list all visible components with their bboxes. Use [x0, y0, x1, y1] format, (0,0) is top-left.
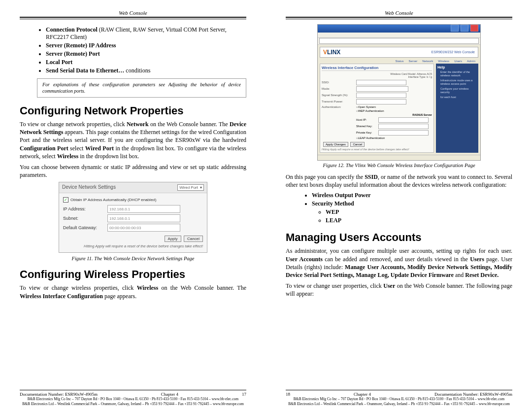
window-titlebar [318, 25, 480, 33]
window-title [320, 27, 321, 30]
port-dropdown[interactable]: Wired Port▾ [177, 184, 204, 191]
list-item: LEAP [326, 217, 512, 224]
wireless-bullets: Wireless Output Power Security Method WE… [303, 192, 512, 224]
running-header: Web Console [20, 10, 246, 16]
list-item: Security Method WEP LEAP [312, 200, 512, 224]
doc-number: Documentation Number: ESR90xW-4905m [20, 392, 98, 397]
doc-number: Documentation Number: ESR90xW-4905m [434, 392, 512, 397]
list-item: Send Serial Data to Ethernet… conditions [46, 67, 246, 74]
signal-input [356, 93, 406, 98]
apply-changes-button[interactable]: Apply Changes [323, 142, 348, 147]
paragraph: On this page you can specify the SSID, o… [286, 173, 512, 189]
tab-status[interactable]: Status [396, 60, 404, 63]
window-controls [450, 25, 478, 32]
apply-note: Hitting Apply will require a reset of th… [322, 148, 432, 151]
chapter-label: Chapter 4 [354, 392, 371, 397]
browser-toolbar [318, 33, 480, 38]
header-rule-thick [20, 17, 246, 18]
tab-network[interactable]: Network [422, 60, 433, 63]
maximize-icon[interactable] [461, 25, 468, 32]
paragraph: To view or change network properties, cl… [20, 120, 246, 160]
paragraph: To view or change user properties, click… [286, 282, 512, 298]
chapter-label: Chapter 4 [161, 392, 178, 397]
label: IP Address: [63, 206, 107, 211]
footer-address-1: B&B Electronics Mfg Co Inc – 707 Dayton … [286, 397, 512, 401]
page-18: Web Console [266, 0, 532, 411]
dhcp-label: Obtain IP Address Automatically (DHCP en… [70, 198, 156, 202]
minimize-icon[interactable] [451, 25, 459, 32]
address-bar[interactable] [319, 38, 479, 44]
page-number: 17 [242, 392, 246, 397]
list-item: Wireless Output Power [312, 192, 512, 199]
wireless-form: Wireless Interface Configuration Wireles… [320, 64, 434, 153]
list-item: Connection Protocol (RAW Client, RAW Ser… [46, 26, 246, 41]
page-number: 18 [286, 392, 290, 397]
figure-12-caption: Figure 12. The Vlinx Web Console Wireles… [286, 163, 512, 168]
header-rule-thin [286, 19, 512, 19]
tx-power-select[interactable] [356, 99, 406, 104]
list-item: Local Port [46, 59, 246, 66]
label: Default Gateway: [63, 225, 107, 230]
product-label: ESR901W232 Web Console [432, 50, 475, 54]
browser-statusbar [318, 155, 480, 161]
cancel-button[interactable]: Cancel [184, 236, 203, 242]
dhcp-checkbox[interactable]: ✓ [63, 197, 68, 203]
note-box: For explanations of these configuration … [37, 78, 246, 98]
footer-address-2: B&B Electronics Ltd – Westlink Commercia… [286, 402, 512, 406]
ssid-input[interactable] [356, 80, 406, 85]
paragraph: As administrator, you can configure mult… [286, 247, 512, 279]
heading-users: Managing Users Accounts [286, 231, 512, 244]
vlinx-logo: VLINX [323, 49, 340, 56]
tab-server[interactable]: Server [409, 60, 418, 63]
paragraph: To view or change wireless properties, c… [20, 284, 246, 300]
help-pane: Help Enter the identifier of the wireles… [436, 64, 478, 153]
header-rule-thin [20, 19, 246, 19]
fig11-title: Device Network Settings [62, 184, 116, 191]
tab-wireless[interactable]: Wireless [438, 60, 449, 63]
fig11-footnote: Hitting Apply will require a reset of th… [63, 244, 203, 248]
figure-11: Device Network Settings Wired Port▾ ✓ Ob… [59, 182, 207, 253]
subnet-input[interactable]: 192.168.0.1 [107, 214, 180, 222]
chevron-down-icon: ▾ [200, 185, 202, 190]
close-icon[interactable] [470, 25, 478, 32]
ip-address-input[interactable]: 192.168.0.1 [107, 205, 180, 213]
radius-key-input[interactable] [378, 124, 429, 129]
footer-address-2: B&B Electronics Ltd – Westlink Commercia… [20, 402, 246, 406]
footer: Documentation Number: ESR90xW-4905m Chap… [20, 390, 246, 406]
cancel-button[interactable]: Cancel [350, 142, 365, 147]
footer-address-1: B&B Electronics Mfg Co Inc – 707 Dayton … [20, 397, 246, 401]
help-title: Help [437, 65, 477, 69]
gateway-input[interactable]: 00:00:00:00:00:03 [107, 224, 180, 232]
header-rule-thick [286, 17, 512, 18]
list-item: WEP [326, 208, 512, 216]
list-item: Server (Remote) IP Address [46, 42, 246, 49]
radius-pkey-input[interactable] [378, 130, 429, 136]
paragraph: You can choose between dynamic or static… [20, 163, 246, 179]
figure-11-caption: Figure 11. The Web Console Device Networ… [20, 256, 246, 261]
tab-admin[interactable]: Admin [467, 60, 475, 63]
address-bar-row [318, 38, 480, 44]
radius-host-input[interactable] [378, 117, 429, 123]
mode-select[interactable] [356, 86, 408, 92]
page-17: Web Console Connection Protocol (RAW Cli… [0, 0, 266, 411]
footer: 18 Chapter 4 Documentation Number: ESR90… [286, 390, 512, 406]
tab-users[interactable]: Users [454, 60, 462, 63]
heading-wireless: Configuring Wireless Properties [20, 268, 246, 281]
form-title: Wireless Interface Configuration [322, 66, 432, 71]
running-header: Web Console [286, 10, 512, 16]
heading-network: Configuring Network Properties [20, 104, 246, 117]
apply-button[interactable]: Apply [165, 236, 181, 242]
list-item: Server (Remote) Port [46, 50, 246, 58]
param-list: Connection Protocol (RAW Client, RAW Ser… [37, 26, 246, 74]
page-spread: Web Console Connection Protocol (RAW Cli… [0, 0, 532, 411]
label: Subnet: [63, 216, 107, 221]
figure-12: VLINX ESR901W232 Web Console Status Serv… [317, 24, 481, 161]
nav-tabs: Status Server Network Wireless Users Adm… [320, 60, 478, 63]
